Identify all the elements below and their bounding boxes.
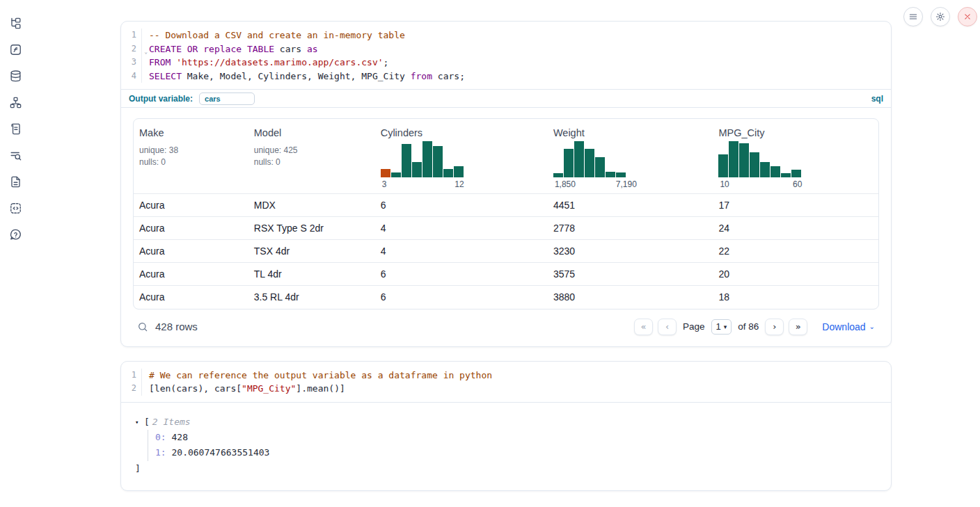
chevron-down-icon: ⌄ xyxy=(869,323,875,330)
documentation-icon[interactable] xyxy=(8,175,22,188)
code-token: -- Download a CSV and create an in-memor… xyxy=(149,30,405,40)
first-page-button[interactable]: « xyxy=(634,319,653,335)
table-cell: MDX xyxy=(248,194,375,217)
table-cell: 3.5 RL 4dr xyxy=(248,286,375,309)
settings-button[interactable] xyxy=(931,7,950,26)
page-number-select[interactable]: 1 ▾ xyxy=(711,319,732,335)
output-variable-input[interactable] xyxy=(199,92,255,105)
search-icon xyxy=(137,321,148,332)
column-header-mpg_city[interactable]: MPG_City1060 xyxy=(713,119,878,194)
code-line: 1-- Download a CSV and create an in-memo… xyxy=(121,29,891,42)
line-number: 3 xyxy=(121,56,142,70)
outline-icon[interactable] xyxy=(8,122,22,136)
items-count: 2 Items xyxy=(152,415,191,430)
axis-max-label: 7,190 xyxy=(616,179,637,189)
help-icon[interactable] xyxy=(8,227,22,241)
line-number: 2 xyxy=(121,382,142,396)
panel-sidebar xyxy=(0,0,31,507)
code-token: # We can reference the output variable a… xyxy=(149,370,492,380)
table-row: AcuraRSX Type S 2dr4277824 xyxy=(134,217,878,240)
table-footer: 428 rows « ‹ Page 1 ▾ of 86 › » Download xyxy=(133,309,879,339)
table-cell: Acura xyxy=(134,217,248,240)
code-line: 3FROM 'https://datasets.marimo.app/cars.… xyxy=(121,56,891,70)
sql-cell-output: Makeunique: 38nulls: 0Modelunique: 425nu… xyxy=(121,108,891,346)
code-line: 2⌄CREATE OR replace TABLE cars as xyxy=(121,42,891,56)
code-token xyxy=(171,57,176,67)
code-text: -- Download a CSV and create an in-memor… xyxy=(142,29,405,42)
line-number: 1 xyxy=(121,369,142,383)
code-token: from xyxy=(411,71,432,81)
table-cell: RSX Type S 2dr xyxy=(248,217,375,240)
code-line: 2[len(cars), cars["MPG_City"].mean()] xyxy=(121,382,891,396)
column-stats: unique: 425nulls: 0 xyxy=(254,145,370,168)
line-number: 2⌄ xyxy=(121,42,142,56)
table-cell: TL 4dr xyxy=(248,263,375,286)
shutdown-button[interactable] xyxy=(958,7,977,26)
table-cell: 3880 xyxy=(548,286,713,309)
sql-cell: 1-- Download a CSV and create an in-memo… xyxy=(120,21,892,347)
collapse-chevron-icon[interactable]: ▾ xyxy=(135,415,144,430)
histogram-bar xyxy=(585,149,594,177)
page-number-value: 1 xyxy=(716,321,721,332)
notebook-actions xyxy=(903,7,977,26)
prev-page-button[interactable]: ‹ xyxy=(658,319,677,335)
column-header-weight[interactable]: Weight1,8507,190 xyxy=(548,119,713,194)
table-cell: 6 xyxy=(375,194,548,217)
histogram-bar xyxy=(760,162,770,177)
stat-line: unique: 38 xyxy=(139,145,243,156)
last-page-button[interactable]: » xyxy=(789,319,807,335)
code-token xyxy=(182,44,187,54)
code-text: SELECT Make, Model, Cylinders, Weight, M… xyxy=(142,70,465,83)
code-token: [len(cars), cars[ xyxy=(149,383,242,394)
table-cell: Acura xyxy=(134,240,248,263)
table-cell: 3575 xyxy=(548,263,713,286)
variables-icon[interactable] xyxy=(8,42,22,56)
table-row: AcuraTL 4dr6357520 xyxy=(134,263,878,286)
code-token: cars; xyxy=(432,71,465,81)
histogram-bar xyxy=(729,141,738,177)
logs-icon[interactable] xyxy=(8,148,22,162)
item-value: 20.060747663551403 xyxy=(171,447,269,458)
histogram-bar xyxy=(402,144,411,177)
download-label: Download xyxy=(822,321,865,332)
histogram-bar xyxy=(750,152,759,177)
line-number: 4 xyxy=(121,70,142,83)
list-item: 1: 20.060747663551403 xyxy=(155,445,877,461)
column-header-cylinders[interactable]: Cylinders312 xyxy=(375,119,548,194)
download-button[interactable]: Download ⌄ xyxy=(822,321,875,332)
code-token: TABLE xyxy=(247,44,274,54)
table-search[interactable]: 428 rows xyxy=(137,321,198,332)
sql-cell-footer: Output variable: sql xyxy=(121,89,891,108)
code-token: FROM xyxy=(149,57,171,67)
histogram-bar xyxy=(718,154,728,177)
column-header-make[interactable]: Makeunique: 38nulls: 0 xyxy=(134,119,248,194)
page-label: Page xyxy=(683,321,705,332)
python-editor[interactable]: 1# We can reference the output variable … xyxy=(121,362,891,402)
table-cell: TSX 4dr xyxy=(248,240,375,263)
output-variable-label: Output variable: xyxy=(129,94,193,104)
code-token: ].mean()] xyxy=(296,383,345,394)
histogram-axis-labels: 1,8507,190 xyxy=(553,179,640,189)
column-histogram: 312 xyxy=(381,141,467,189)
datasources-icon[interactable] xyxy=(8,69,22,83)
notebook: 1-- Download a CSV and create an in-memo… xyxy=(120,21,892,491)
menu-button[interactable] xyxy=(903,7,923,26)
page-total-label: of 86 xyxy=(738,321,759,332)
fold-chevron-icon[interactable]: ⌄ xyxy=(144,45,148,59)
column-header-model[interactable]: Modelunique: 425nulls: 0 xyxy=(248,119,375,194)
next-page-button[interactable]: › xyxy=(765,319,784,335)
file-explorer-icon[interactable] xyxy=(8,16,22,30)
list-item: 0: 428 xyxy=(155,430,877,446)
open-bracket: [ xyxy=(144,415,150,430)
histogram-bar xyxy=(791,170,801,177)
snippets-icon[interactable] xyxy=(8,201,22,215)
code-token: Make, Model, Cylinders, Weight, MPG_City xyxy=(182,71,411,81)
table-cell: 4 xyxy=(375,240,548,263)
histogram-bar xyxy=(574,141,584,177)
dependencies-icon[interactable] xyxy=(8,95,22,109)
table-cell: 17 xyxy=(713,194,878,217)
sql-editor[interactable]: 1-- Download a CSV and create an in-memo… xyxy=(121,22,891,89)
code-text: FROM 'https://datasets.marimo.app/cars.c… xyxy=(142,56,388,70)
histogram-axis-labels: 312 xyxy=(381,179,467,189)
column-stats: unique: 38nulls: 0 xyxy=(139,145,243,168)
